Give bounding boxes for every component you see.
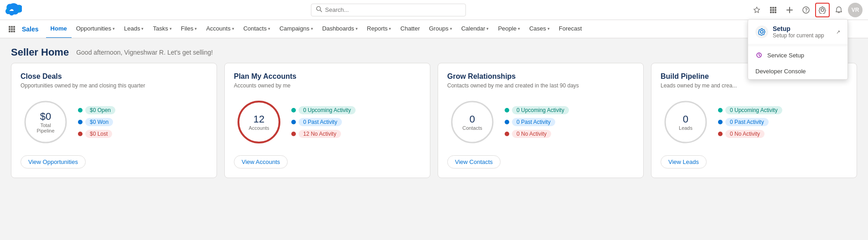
legend-item: 0 Upcoming Activity (291, 106, 356, 114)
svg-rect-22 (13, 28, 15, 30)
help-icon[interactable]: ? (799, 3, 813, 17)
card-footer: View Accounts (234, 155, 421, 169)
legend-badge[interactable]: 12 No Activity (299, 130, 341, 138)
nav-item-home[interactable]: Home (46, 20, 72, 38)
nav-item-campaigns[interactable]: Campaigns▾ (275, 20, 318, 38)
donut-number: 0 (679, 113, 692, 125)
search-input[interactable] (325, 6, 461, 13)
chevron-down-icon: ▾ (170, 26, 172, 31)
view-button[interactable]: View Leads (661, 155, 707, 169)
donut-center-text: 12Accounts (248, 113, 269, 131)
nav-item-opportunities[interactable]: Opportunities▾ (72, 20, 119, 38)
chevron-down-icon: ▾ (113, 26, 115, 31)
legend-badge[interactable]: 0 Upcoming Activity (512, 106, 569, 114)
nav-item-people[interactable]: People▾ (493, 20, 524, 38)
donut-center-text: 0Leads (679, 113, 692, 131)
chevron-down-icon: ▾ (356, 26, 358, 31)
svg-rect-6 (775, 7, 776, 9)
legend-wrap: 0 Upcoming Activity0 Past Activity0 No A… (505, 106, 569, 138)
nav-item-label: Files (181, 25, 193, 32)
nav-item-cases[interactable]: Cases▾ (525, 20, 554, 38)
service-setup-label: Service Setup (767, 52, 804, 59)
search-bar (27, 4, 749, 16)
legend-dot (291, 132, 296, 136)
nav-item-label: Leads (124, 25, 140, 32)
nav-item-dashboards[interactable]: Dashboards▾ (318, 20, 362, 38)
nav-item-groups[interactable]: Groups▾ (424, 20, 457, 38)
card-subtitle: Contacts owned by me and created in the … (447, 82, 634, 89)
view-button[interactable]: View Contacts (447, 155, 501, 169)
nav-item-contacts[interactable]: Contacts▾ (239, 20, 275, 38)
add-icon[interactable] (782, 3, 797, 17)
salesforce-logo[interactable]: ☁ (5, 3, 27, 17)
legend-badge[interactable]: 0 Past Activity (725, 118, 769, 126)
legend-dot (78, 132, 83, 136)
nav-item-label: Opportunities (76, 25, 111, 32)
nav-item-label: Contacts (243, 25, 267, 32)
avatar[interactable]: VR (848, 3, 863, 17)
card-subtitle: Accounts owned by me (234, 82, 421, 89)
legend-badge[interactable]: $0 Open (85, 106, 115, 114)
nav-item-forecast[interactable]: Forecast (554, 20, 587, 38)
favorites-icon[interactable] (749, 3, 764, 17)
legend-wrap: 0 Upcoming Activity0 Past Activity12 No … (291, 106, 356, 138)
card-body: 0Contacts0 Upcoming Activity0 Past Activ… (447, 97, 634, 147)
chevron-down-icon: ▾ (389, 26, 391, 31)
service-setup-item[interactable]: Service Setup (748, 47, 847, 63)
chevron-down-icon: ▾ (486, 26, 489, 31)
view-button[interactable]: View Accounts (234, 155, 288, 169)
view-button[interactable]: View Opportunities (21, 155, 86, 169)
gear-icon[interactable] (815, 3, 830, 17)
nav-item-accounts[interactable]: Accounts▾ (202, 20, 238, 38)
legend-badge[interactable]: 0 No Activity (725, 130, 765, 138)
nav-item-label: Reports (367, 25, 388, 32)
legend-wrap: $0 Open$0 Won$0 Lost (78, 106, 115, 138)
donut-number: 12 (248, 113, 269, 125)
nav-item-tasks[interactable]: Tasks▾ (148, 20, 176, 38)
donut-center-text: $0Total Pipeline (33, 111, 58, 133)
svg-rect-24 (11, 31, 13, 32)
svg-rect-11 (772, 11, 774, 13)
svg-text:?: ? (805, 8, 808, 13)
svg-rect-20 (9, 28, 10, 30)
legend-item: 0 Past Activity (505, 118, 569, 126)
legend-badge[interactable]: 0 Upcoming Activity (299, 106, 356, 114)
notification-icon[interactable] (832, 3, 846, 17)
developer-console-item[interactable]: Developer Console (748, 63, 847, 79)
legend-dot (718, 108, 723, 112)
search-input-wrap[interactable] (311, 4, 466, 16)
nav-item-files[interactable]: Files▾ (176, 20, 202, 38)
card-build-pipeline: Build PipelineLeads owned by me and crea… (651, 63, 857, 178)
legend-badge[interactable]: 0 Past Activity (299, 118, 342, 126)
card-footer: View Opportunities (21, 155, 207, 169)
legend-badge[interactable]: 0 Upcoming Activity (725, 106, 782, 114)
legend-badge[interactable]: 0 Past Activity (512, 118, 555, 126)
apps-launcher-icon[interactable] (5, 23, 18, 36)
dropdown-setup-sublabel: Setup for current app (773, 32, 824, 39)
waffle-icon[interactable] (766, 3, 780, 17)
nav-item-chatter[interactable]: Chatter (396, 20, 424, 38)
card-footer: View Leads (661, 155, 847, 169)
donut-chart: 12Accounts (234, 97, 284, 147)
legend-badge[interactable]: $0 Lost (85, 130, 112, 138)
svg-rect-12 (775, 11, 776, 13)
nav-item-label: Campaigns (279, 25, 310, 32)
donut-label: Total Pipeline (33, 123, 58, 133)
chevron-down-icon: ▾ (518, 26, 520, 31)
legend-dot (291, 108, 296, 112)
legend-badge[interactable]: $0 Won (85, 118, 113, 126)
nav-item-leads[interactable]: Leads▾ (119, 20, 148, 38)
chevron-down-icon: ▾ (268, 26, 270, 31)
legend-wrap: 0 Upcoming Activity0 Past Activity0 No A… (718, 106, 782, 138)
nav-item-reports[interactable]: Reports▾ (362, 20, 396, 38)
utility-bar: ☁ (0, 0, 868, 20)
svg-rect-9 (775, 9, 776, 11)
app-name[interactable]: Sales (22, 26, 39, 33)
cards-container: Close DealsOpportunities owned by me and… (0, 63, 868, 189)
card-subtitle: Leads owned by me and crea... (661, 82, 847, 89)
svg-rect-19 (13, 26, 15, 28)
card-body: 12Accounts0 Upcoming Activity0 Past Acti… (234, 97, 421, 147)
legend-badge[interactable]: 0 No Activity (512, 130, 551, 138)
svg-rect-5 (772, 7, 774, 9)
nav-item-calendar[interactable]: Calendar▾ (457, 20, 494, 38)
